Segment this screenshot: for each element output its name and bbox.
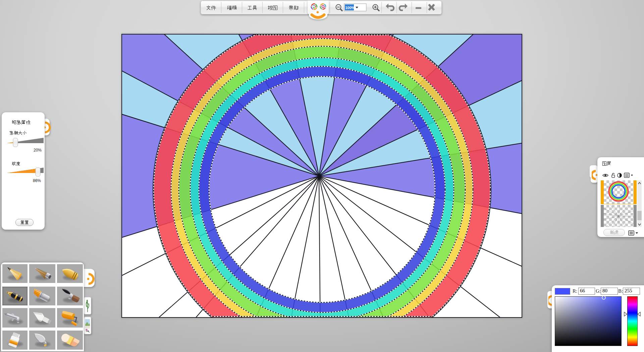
svg-text:100%: 100% (345, 6, 355, 10)
